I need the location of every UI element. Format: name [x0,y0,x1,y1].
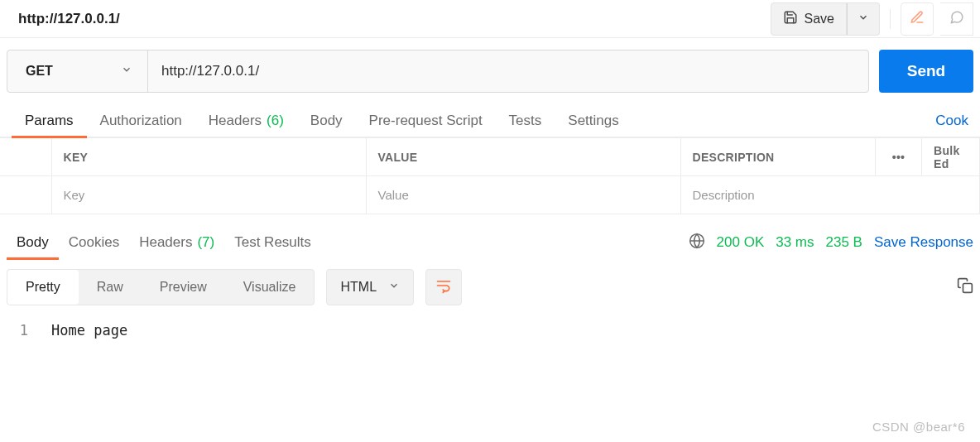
format-label: HTML [340,280,377,295]
table-row[interactable]: Key Value Description [0,176,980,214]
save-button[interactable]: Save [771,2,847,36]
more-icon: ••• [892,151,906,164]
bulk-edit-button[interactable]: Bulk Ed [922,138,980,176]
tab-pre-request-script[interactable]: Pre-request Script [356,104,496,137]
col-description: DESCRIPTION [680,138,876,176]
response-size: 235 B [826,234,862,251]
chevron-down-icon [121,64,132,79]
chevron-down-icon [388,280,400,295]
view-pretty[interactable]: Pretty [7,270,79,305]
resp-tab-cookies[interactable]: Cookies [59,227,129,258]
pencil-icon [910,10,925,28]
comment-button[interactable] [940,2,973,36]
resp-headers-count: (7) [197,234,214,251]
response-body[interactable]: 1 Home page [0,317,980,339]
send-button[interactable]: Send [879,50,973,93]
params-table: KEY VALUE DESCRIPTION ••• Bulk Ed Key Va… [0,137,980,214]
tab-settings[interactable]: Settings [555,104,632,137]
view-mode-segmented: Pretty Raw Preview Visualize [7,269,315,305]
tab-body[interactable]: Body [297,104,356,137]
resp-tab-headers[interactable]: Headers (7) [129,227,224,258]
key-input[interactable]: Key [51,176,366,214]
line-content: Home page [51,322,127,339]
col-value: VALUE [366,138,680,176]
method-label: GET [26,64,53,79]
col-key: KEY [51,138,366,176]
url-input[interactable] [148,50,868,92]
format-select[interactable]: HTML [326,269,414,305]
save-response-link[interactable]: Save Response [874,234,973,251]
request-title: http://127.0.0.1/ [18,11,120,27]
tab-tests[interactable]: Tests [496,104,555,137]
save-options-button[interactable] [847,2,880,36]
status-code: 200 OK [717,234,765,251]
view-raw[interactable]: Raw [79,270,142,305]
svg-rect-3 [963,284,973,293]
watermark: CSDN @bear*6 [872,420,965,434]
headers-count: (6) [267,113,284,129]
resp-tab-body[interactable]: Body [7,227,59,258]
chevron-down-icon [858,12,869,26]
save-icon [783,10,798,28]
view-visualize[interactable]: Visualize [225,270,315,305]
divider [890,9,891,29]
save-label: Save [805,12,834,26]
tab-params[interactable]: Params [12,104,87,137]
comment-icon [949,10,964,28]
copy-button[interactable] [957,277,973,297]
cookies-link[interactable]: Cook [935,113,968,129]
value-input[interactable]: Value [366,176,680,214]
description-input[interactable]: Description [680,176,980,214]
wrap-lines-button[interactable] [425,269,462,305]
col-options[interactable]: ••• [876,138,922,176]
edit-button[interactable] [901,2,934,36]
response-time: 33 ms [776,234,814,251]
globe-icon[interactable] [689,233,705,253]
wrap-icon [435,277,452,297]
method-select[interactable]: GET [7,50,148,92]
resp-tab-test-results[interactable]: Test Results [224,227,321,258]
view-preview[interactable]: Preview [142,270,225,305]
line-number: 1 [8,322,51,339]
tab-authorization[interactable]: Authorization [87,104,195,137]
select-all-col [0,138,51,176]
tab-headers[interactable]: Headers (6) [195,104,297,137]
